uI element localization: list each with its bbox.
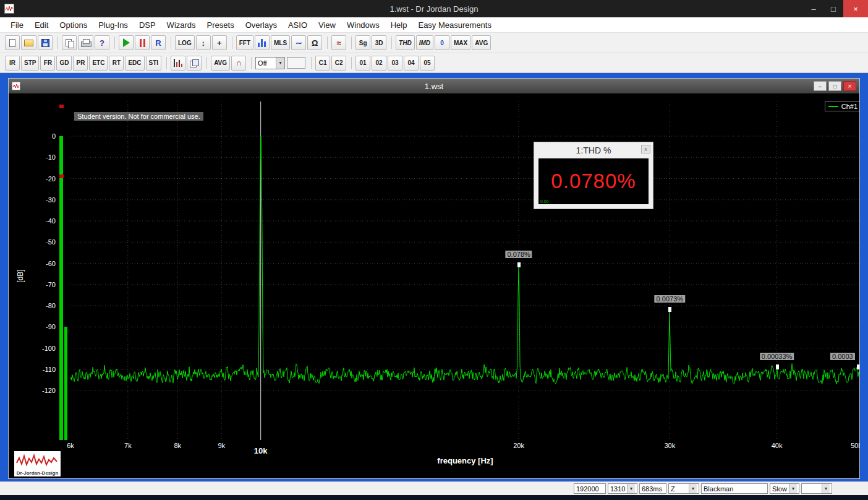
tb2-energy-time-curve-button[interactable]: ETC xyxy=(89,56,108,71)
maximize-button[interactable]: □ xyxy=(823,0,843,17)
tb1-mls-label: MLS xyxy=(274,40,287,46)
tb1-zero-button[interactable]: 0 xyxy=(435,35,449,50)
y-tick-label: -90 xyxy=(26,322,56,331)
child-maximize-button[interactable]: □ xyxy=(828,81,841,91)
child-title-bar[interactable]: 1.wst – □ × xyxy=(9,79,859,93)
menu-overlays[interactable]: Overlays xyxy=(240,17,283,32)
tb1-move-cursor-button[interactable]: + xyxy=(212,35,227,50)
plot-client-area: [dB] Student version. Not for commercial… xyxy=(9,93,859,478)
status-averaging-speed-dropdown[interactable]: Slow▾ xyxy=(770,483,799,494)
tb2-preset-04-label: 04 xyxy=(408,59,415,66)
toolbar-separator xyxy=(391,37,392,49)
menu-dsp[interactable]: DSP xyxy=(134,17,161,32)
tb1-spectrum-button[interactable] xyxy=(255,35,270,50)
menu-edit[interactable]: Edit xyxy=(29,17,54,32)
tb2-generator-level-box[interactable] xyxy=(287,57,305,69)
peak-percent-label: 0.0003 xyxy=(830,353,855,360)
title-bar[interactable]: 1.wst - Dr Jordan Design – □ × xyxy=(0,0,868,17)
tb1-3d-view-button[interactable]: 3D xyxy=(372,35,386,50)
tb2-peak-hold-button[interactable]: ∩ xyxy=(231,56,246,71)
tb2-preset-03-label: 03 xyxy=(392,59,399,66)
tb1-impedance-button[interactable]: Ω xyxy=(307,35,322,50)
tb1-print-button[interactable] xyxy=(78,35,93,50)
tb1-signal-generator-button[interactable]: Sg xyxy=(355,35,370,50)
y-tick-label: -40 xyxy=(26,217,56,225)
tb2-export-spectrum-button[interactable] xyxy=(171,56,185,71)
x-tick-label: 40k xyxy=(772,442,783,449)
tb1-max-hold-label: MAX xyxy=(454,40,467,46)
tb1-play-button[interactable] xyxy=(119,35,134,50)
menu-asio[interactable]: ASIO xyxy=(283,17,313,32)
tb2-speech-intelligibility-button[interactable]: STI xyxy=(146,56,162,71)
tb2-phase-response-button[interactable]: PR xyxy=(73,56,88,71)
tb2-preset-05-button[interactable]: 05 xyxy=(420,56,435,71)
tb1-max-hold-button[interactable]: MAX xyxy=(451,35,470,50)
tb2-preset-02-button[interactable]: 02 xyxy=(372,56,386,71)
help-icon: ? xyxy=(100,39,104,47)
close-button[interactable]: × xyxy=(843,0,868,17)
tb1-thd-button[interactable]: THD xyxy=(396,35,415,50)
menu-windows[interactable]: Windows xyxy=(341,17,385,32)
tb1-zoom-vertical-button[interactable]: ↕ xyxy=(196,35,211,50)
tb2-impulse-response-label: IR xyxy=(9,59,15,66)
menu-easy-measurements[interactable]: Easy Measurements xyxy=(412,17,497,32)
tb1-fft-button[interactable]: FFT xyxy=(236,35,253,50)
tb1-save-button[interactable] xyxy=(38,35,53,50)
tb2-generator-output-dropdown[interactable]: Off▾ xyxy=(255,57,285,69)
dropdown-arrow-icon: ▾ xyxy=(822,484,830,493)
x-tick-label: 6k xyxy=(67,442,74,449)
tb2-cursor-2-label: C2 xyxy=(335,59,343,66)
tb2-cursor-2-button[interactable]: C2 xyxy=(331,56,346,71)
tb2-impulse-response-button[interactable]: IR xyxy=(5,56,20,71)
status-extra-dropdown[interactable]: ▾ xyxy=(801,483,832,494)
minimize-button[interactable]: – xyxy=(804,0,823,17)
zoom-vertical-icon: ↕ xyxy=(201,39,205,47)
tb1-open-button[interactable] xyxy=(21,35,36,50)
menu-file[interactable]: File xyxy=(5,17,29,32)
tb1-help-button[interactable]: ? xyxy=(95,35,109,50)
thd-mini-readout: 0.00 xyxy=(540,199,549,204)
sweep-icon: ≈ xyxy=(337,39,341,47)
tb2-step-response-button[interactable]: STP xyxy=(21,56,39,71)
tb1-imd-button[interactable]: IMD xyxy=(416,35,433,50)
tb2-group-delay-button[interactable]: GD xyxy=(56,56,72,71)
tb1-mls-button[interactable]: MLS xyxy=(271,35,290,50)
tb2-reverb-time-button[interactable]: RT xyxy=(109,56,124,71)
child-close-button[interactable]: × xyxy=(843,81,856,91)
tb2-overlay-windows-button[interactable] xyxy=(187,56,202,71)
thd-close-button[interactable]: x xyxy=(641,145,650,153)
tb1-record-button[interactable]: R xyxy=(151,35,166,50)
menu-view[interactable]: View xyxy=(313,17,341,32)
status-weighting-dropdown[interactable]: Z▾ xyxy=(668,483,699,494)
tb2-preset-01-button[interactable]: 01 xyxy=(355,56,370,71)
status-fft-size-dropdown[interactable]: 131072▾ xyxy=(608,483,637,494)
tb2-energy-decay-button[interactable]: EDC xyxy=(125,56,144,71)
tb1-log-scale-button[interactable]: LOG xyxy=(175,35,195,50)
menu-wizards[interactable]: Wizards xyxy=(161,17,202,32)
status-fft-size-value: 131072 xyxy=(610,485,626,493)
tb1-pause-button[interactable] xyxy=(135,35,150,50)
tb1-sweep-button[interactable]: ≈ xyxy=(331,35,346,50)
overlay-icon xyxy=(190,59,198,67)
status-sample-rate: 192000 xyxy=(574,483,606,494)
menu-presets[interactable]: Presets xyxy=(202,17,240,32)
toolbar-separator xyxy=(114,37,115,49)
toolbar-separator xyxy=(351,57,352,69)
menu-options[interactable]: Options xyxy=(54,17,93,32)
menu-plug-ins[interactable]: Plug-Ins xyxy=(93,17,134,32)
tb1-sine-button[interactable]: ∼ xyxy=(291,35,306,50)
tb2-frequency-response-button[interactable]: FR xyxy=(40,56,55,71)
tb1-copy-button[interactable] xyxy=(62,35,77,50)
tb2-average-2-button[interactable]: AVG xyxy=(211,56,230,71)
tb1-new-button[interactable] xyxy=(5,35,20,50)
spectrum-plot[interactable]: Student version. Not for commercial use.… xyxy=(70,101,859,440)
tb2-cursor-1-button[interactable]: C1 xyxy=(315,56,330,71)
tb1-average-button[interactable]: AVG xyxy=(472,35,491,50)
menu-help[interactable]: Help xyxy=(385,17,413,32)
y-tick-label: -100 xyxy=(26,344,56,353)
y-tick-label: -30 xyxy=(26,196,56,204)
tb2-preset-04-button[interactable]: 04 xyxy=(404,56,419,71)
tb2-preset-03-button[interactable]: 03 xyxy=(388,56,402,71)
child-minimize-button[interactable]: – xyxy=(814,81,827,91)
thd-panel-header[interactable]: 1:THD % x xyxy=(534,142,653,158)
